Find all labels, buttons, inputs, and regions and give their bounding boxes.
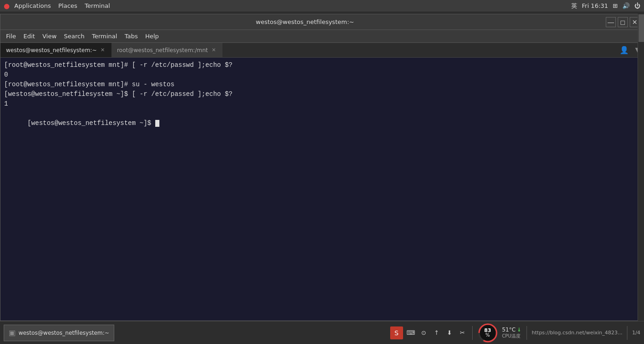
- cpu-temp-value: 51°C: [502, 326, 516, 333]
- menu-help[interactable]: Help: [141, 32, 163, 41]
- terminal-window: westos@westos_netfilesystem:~ — ◻ ✕ File…: [0, 14, 644, 321]
- places-menu[interactable]: Places: [56, 2, 80, 9]
- term-line-0: [root@westos_netfilesystem mnt]# [ -r /e…: [4, 60, 640, 70]
- menu-bar: File Edit View Search Terminal Tabs Help: [0, 30, 644, 43]
- tab-1-label: root@westos_netfilesystem:/mnt: [117, 47, 208, 53]
- cpu-temp-block: 51°C 🌡 CPU温度: [502, 326, 522, 339]
- term-text-5: [westos@westos_netfilesystem ~]$: [27, 119, 155, 127]
- taskbar-sep-3: [627, 326, 627, 340]
- tab-1-close[interactable]: ✕: [211, 47, 217, 53]
- tab-1[interactable]: root@westos_netfilesystem:/mnt ✕: [111, 43, 222, 57]
- term-line-4: 1: [4, 99, 640, 109]
- cpu-meter: 83 %: [477, 322, 498, 344]
- terminal-title: westos@westos_netfilesystem:~: [4, 18, 606, 25]
- cursor: [155, 120, 159, 127]
- taskbar-url: https://blog.csdn.net/weixin_4823...: [532, 330, 622, 336]
- menu-terminal[interactable]: Terminal: [88, 32, 121, 41]
- titlebar-controls: — ◻ ✕: [606, 17, 640, 27]
- taskbar-icon-2[interactable]: ⌨: [406, 328, 416, 338]
- power-icon[interactable]: ⏻: [634, 2, 640, 9]
- menu-file[interactable]: File: [2, 32, 20, 41]
- language-indicator[interactable]: 英: [571, 2, 577, 10]
- taskbar-sep-1: [472, 326, 473, 340]
- applications-menu[interactable]: Applications: [12, 2, 53, 9]
- terminal-taskbar-icon: ▣: [9, 328, 16, 337]
- term-text-2: [root@westos_netfilesystem mnt]# su - we…: [4, 81, 175, 88]
- menu-tabs[interactable]: Tabs: [121, 32, 141, 41]
- term-text-3: [westos@westos_netfilesystem ~]$ [ -r /e…: [4, 90, 233, 98]
- taskbar-icon-1[interactable]: S: [390, 326, 403, 339]
- system-bar: ● Applications Places Terminal 英 Fri 16:…: [0, 0, 644, 12]
- app-logo-icon: ●: [4, 2, 10, 10]
- menu-edit[interactable]: Edit: [20, 32, 39, 41]
- volume-icon[interactable]: 🔊: [622, 2, 630, 9]
- page-num: 1/4: [632, 330, 640, 336]
- taskbar-icon-3[interactable]: ⊙: [419, 328, 429, 338]
- clock: Fri 16:31: [582, 2, 608, 9]
- term-text-1: 0: [4, 71, 8, 78]
- taskbar-center-icons: S ⌨ ⊙ ↑ ⬇ ✂: [390, 326, 468, 339]
- term-line-3: [westos@westos_netfilesystem ~]$ [ -r /e…: [4, 89, 640, 99]
- scrollbar-track[interactable]: [638, 14, 644, 321]
- taskbar-icon-4[interactable]: ↑: [432, 328, 442, 338]
- tab-0[interactable]: westos@westos_netfilesystem:~ ✕: [0, 43, 111, 57]
- taskbar-icon-6[interactable]: ✂: [457, 328, 468, 338]
- menu-search[interactable]: Search: [60, 32, 88, 41]
- sys-bar-right: 英 Fri 16:31 ⊞ 🔊 ⏻: [571, 2, 640, 10]
- term-text-0: [root@westos_netfilesystem mnt]# [ -r /e…: [4, 61, 233, 69]
- network-icon[interactable]: ⊞: [613, 2, 618, 9]
- tab-0-label: westos@westos_netfilesystem:~: [6, 47, 97, 53]
- term-line-2: [root@westos_netfilesystem mnt]# su - we…: [4, 80, 640, 89]
- temp-icon: 🌡: [516, 326, 522, 333]
- terminal-content[interactable]: [root@westos_netfilesystem mnt]# [ -r /e…: [0, 58, 644, 320]
- cpu-label: CPU温度: [502, 333, 522, 339]
- taskbar-terminal-label: westos@westos_netfilesystem:~: [18, 330, 109, 336]
- new-tab-icon[interactable]: 👤: [616, 43, 632, 57]
- term-text-4: 1: [4, 100, 8, 107]
- maximize-button[interactable]: ◻: [618, 17, 628, 27]
- scrollbar-thumb[interactable]: [638, 14, 644, 42]
- user-icon: 👤: [620, 46, 629, 54]
- term-line-1: 0: [4, 70, 640, 80]
- term-line-5: [westos@westos_netfilesystem ~]$: [4, 109, 640, 138]
- sys-bar-left: ● Applications Places Terminal: [4, 2, 113, 10]
- terminal-menu[interactable]: Terminal: [82, 2, 113, 9]
- menu-view[interactable]: View: [39, 32, 60, 41]
- minimize-button[interactable]: —: [606, 17, 616, 27]
- tab-0-close[interactable]: ✕: [100, 47, 106, 53]
- taskbar-terminal-item[interactable]: ▣ westos@westos_netfilesystem:~: [4, 325, 114, 341]
- taskbar-sep-2: [527, 326, 527, 340]
- terminal-titlebar: westos@westos_netfilesystem:~ — ◻ ✕: [0, 14, 644, 30]
- taskbar-icon-5[interactable]: ⬇: [445, 328, 455, 338]
- tab-bar: westos@westos_netfilesystem:~ ✕ root@wes…: [0, 43, 644, 58]
- taskbar: ▣ westos@westos_netfilesystem:~ S ⌨ ⊙ ↑ …: [0, 321, 644, 344]
